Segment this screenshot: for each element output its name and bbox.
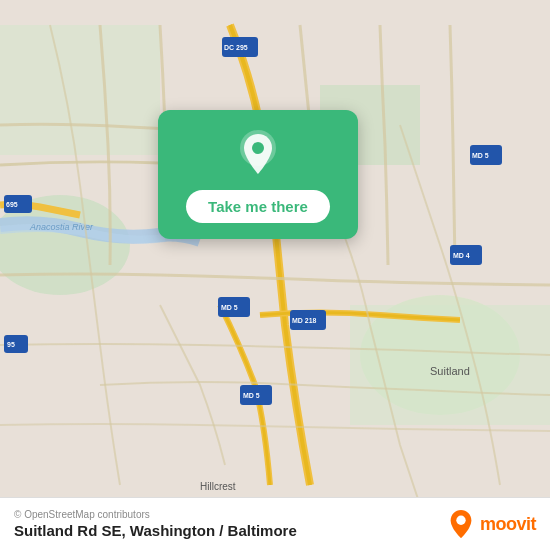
svg-text:MD 5: MD 5 xyxy=(243,392,260,399)
svg-rect-2 xyxy=(0,25,160,155)
svg-point-28 xyxy=(456,516,465,525)
svg-text:MD 5: MD 5 xyxy=(221,304,238,311)
svg-text:95: 95 xyxy=(7,341,15,348)
bottom-bar: © OpenStreetMap contributors Suitland Rd… xyxy=(0,497,550,550)
moovit-pin-icon xyxy=(447,508,475,540)
svg-text:Hillcrest: Hillcrest xyxy=(200,481,236,492)
svg-text:Suitland: Suitland xyxy=(430,365,470,377)
take-me-there-button[interactable]: Take me there xyxy=(186,190,330,223)
svg-text:MD 5: MD 5 xyxy=(472,152,489,159)
location-title: Suitland Rd SE, Washington / Baltimore xyxy=(14,522,297,539)
svg-text:MD 4: MD 4 xyxy=(453,252,470,259)
location-card: Take me there xyxy=(158,110,358,239)
svg-text:DC 295: DC 295 xyxy=(224,44,248,51)
copyright-text: © OpenStreetMap contributors xyxy=(14,509,297,520)
bottom-left: © OpenStreetMap contributors Suitland Rd… xyxy=(14,509,297,539)
moovit-logo: moovit xyxy=(447,508,536,540)
svg-text:695: 695 xyxy=(6,201,18,208)
location-pin-icon xyxy=(232,128,284,180)
svg-text:MD 218: MD 218 xyxy=(292,317,317,324)
map-container: Anacostia River DC 295 xyxy=(0,0,550,550)
svg-point-27 xyxy=(252,142,264,154)
map-svg: Anacostia River DC 295 xyxy=(0,0,550,550)
moovit-text: moovit xyxy=(480,514,536,535)
